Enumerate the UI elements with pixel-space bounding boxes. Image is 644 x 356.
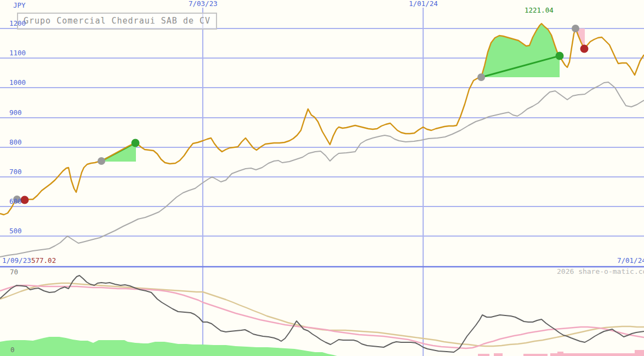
oscillator-slow-line xyxy=(0,283,644,346)
signal-bar xyxy=(494,353,503,356)
stock-chart-screen: JPY Grupo Comercial Chedraui SAB de CV 7… xyxy=(0,0,644,356)
start-price-label: 577.02 xyxy=(31,257,56,265)
lower-panel-bottom-scale-label: 0 xyxy=(10,347,15,354)
x-axis-gridline-label-2: 1/01/24 xyxy=(409,1,438,8)
lower-panel-top-scale-label: 70 xyxy=(10,269,18,276)
trade-2-win-entry-dot xyxy=(98,157,105,165)
instrument-title-box: Grupo Comercial Chedraui SAB de CV xyxy=(17,13,217,30)
peak-price-annotation: 1221.04 xyxy=(525,7,554,14)
benchmark-line xyxy=(0,82,644,257)
currency-label: JPY xyxy=(13,2,26,9)
y-axis-label: 800 xyxy=(9,139,22,146)
trade-1-loss-exit-dot xyxy=(21,196,29,204)
end-date-label: 7/01/24 xyxy=(617,257,644,265)
y-axis-label: 500 xyxy=(9,228,22,235)
trade-4-loss-entry-dot xyxy=(572,25,579,32)
watermark: 2026 share-o-matic.com xyxy=(557,268,644,275)
y-axis-label: 1000 xyxy=(9,79,26,87)
chart-canvas xyxy=(0,0,644,356)
start-date-label: 1/09/23 xyxy=(2,257,31,265)
x-axis-gridline-label-1: 7/03/23 xyxy=(189,1,218,8)
y-axis-label: 1100 xyxy=(9,50,26,57)
signal-bar xyxy=(635,350,644,356)
exposure-area xyxy=(0,337,337,356)
instrument-title: Grupo Comercial Chedraui SAB de CV xyxy=(24,16,210,26)
trade-4-loss-exit-dot xyxy=(580,45,589,53)
signal-bar xyxy=(523,354,548,356)
y-axis-label: 900 xyxy=(9,110,22,117)
trade-3-win-fill xyxy=(481,24,560,77)
trade-3-win-exit-dot xyxy=(556,52,564,60)
y-axis-label: 600 xyxy=(9,198,22,205)
trade-3-win-entry-dot xyxy=(477,73,485,81)
y-axis-label: 700 xyxy=(9,169,22,176)
signal-bar xyxy=(478,354,489,356)
y-axis-label: 1200 xyxy=(9,20,26,27)
signal-bar xyxy=(557,352,563,356)
trade-2-win-exit-dot xyxy=(132,139,140,147)
